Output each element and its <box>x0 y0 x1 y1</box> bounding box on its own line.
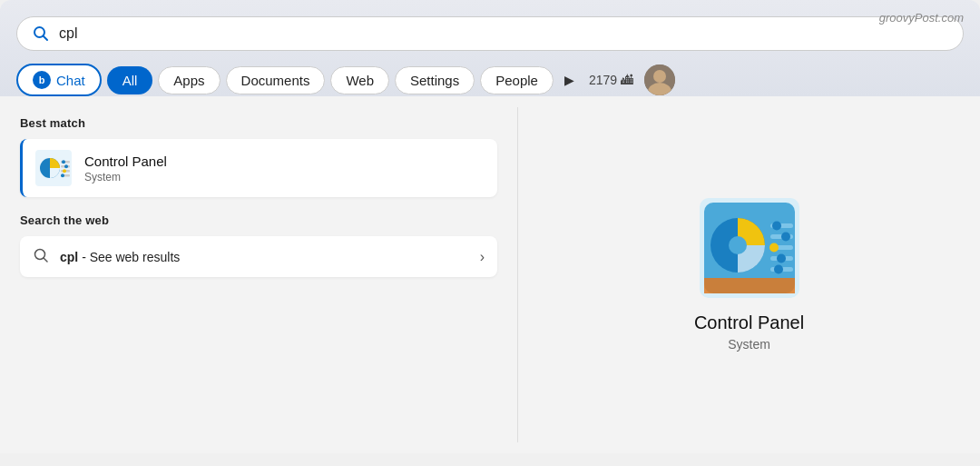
svg-point-12 <box>64 164 68 168</box>
more-tabs-button[interactable]: ▶ <box>559 69 580 91</box>
main-content: Best match Control Panel <box>0 96 980 453</box>
svg-point-14 <box>61 174 64 177</box>
svg-point-13 <box>63 169 66 173</box>
search-input[interactable] <box>59 25 948 42</box>
best-match-text: Control Panel System <box>84 154 167 183</box>
svg-point-27 <box>781 233 790 242</box>
tab-web-label: Web <box>346 73 374 88</box>
app-title: Control Panel <box>694 312 804 333</box>
tab-apps-label: Apps <box>173 73 204 88</box>
best-match-title: Control Panel <box>84 154 167 169</box>
tab-documents[interactable]: Documents <box>226 66 326 94</box>
svg-rect-31 <box>704 278 795 293</box>
svg-point-20 <box>729 236 747 254</box>
best-match-subtitle: System <box>84 171 167 183</box>
best-match-label: Best match <box>20 116 497 130</box>
filter-tabs: b Chat All Apps Documents Web Settings P… <box>16 64 964 96</box>
web-search-icon <box>33 247 49 266</box>
watermark: groovyPost.com <box>879 11 964 25</box>
tab-people-label: People <box>495 73 538 88</box>
tab-web[interactable]: Web <box>330 66 389 94</box>
tab-chat-label: Chat <box>56 73 85 88</box>
svg-line-16 <box>44 258 47 262</box>
tab-chat[interactable]: b Chat <box>16 64 102 96</box>
left-panel: Best match Control Panel <box>0 96 517 453</box>
svg-line-1 <box>44 36 48 41</box>
right-panel: Control Panel System <box>518 96 980 453</box>
user-avatar[interactable] <box>644 64 675 95</box>
search-bar <box>16 16 964 51</box>
web-search-row[interactable]: cpl - See web results › <box>20 236 497 277</box>
control-panel-icon-small <box>35 150 72 186</box>
tab-settings-label: Settings <box>410 73 459 88</box>
app-subtitle: System <box>728 337 770 352</box>
tab-all[interactable]: All <box>107 66 153 94</box>
tab-people[interactable]: People <box>480 66 554 94</box>
svg-point-11 <box>62 160 65 164</box>
svg-point-30 <box>774 265 783 274</box>
search-container: b Chat All Apps Documents Web Settings P… <box>0 0 980 96</box>
tab-settings[interactable]: Settings <box>395 66 475 94</box>
search-icon <box>32 25 50 43</box>
control-panel-icon-large <box>700 198 799 298</box>
svg-point-29 <box>777 254 786 263</box>
score-display: 2179 🏙 <box>589 73 633 87</box>
tab-apps[interactable]: Apps <box>158 66 220 94</box>
svg-point-3 <box>653 70 666 83</box>
web-search-arrow-icon: › <box>480 249 485 265</box>
tab-all-label: All <box>122 73 138 88</box>
tab-documents-label: Documents <box>241 73 310 88</box>
search-web-label: Search the web <box>20 213 497 227</box>
svg-point-28 <box>769 243 779 253</box>
svg-point-26 <box>772 222 781 231</box>
best-match-item[interactable]: Control Panel System <box>20 139 497 197</box>
web-search-text: cpl - See web results <box>60 250 480 264</box>
bing-icon: b <box>33 71 51 89</box>
